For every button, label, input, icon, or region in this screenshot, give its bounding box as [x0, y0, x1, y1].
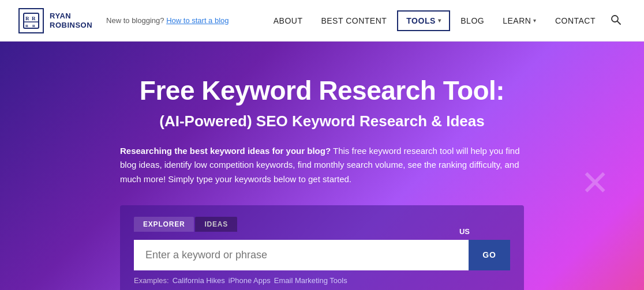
nav-item-best-content[interactable]: BEST CONTENT [313, 12, 395, 30]
decorative-cross: ✕ [581, 163, 609, 203]
hero-description: Researching the best keyword ideas for y… [120, 144, 524, 187]
tab-explorer[interactable]: EXPLORER [134, 217, 194, 232]
nav-item-about[interactable]: ABOUT [265, 12, 311, 30]
hero-content: Free Keyword Research Tool: (AI-Powered)… [120, 76, 524, 290]
search-go-button[interactable]: GO [469, 240, 510, 270]
example-iphone-apps[interactable]: iPhone Apps [229, 276, 271, 285]
site-header: R R R R RYAN ROBINSON New to blogging? H… [0, 0, 644, 42]
example-california-hikes[interactable]: California Hikes [173, 276, 225, 285]
search-tabs: EXPLORER IDEAS [134, 217, 510, 232]
blog-start-link[interactable]: How to start a blog [166, 16, 229, 25]
svg-text:R: R [32, 16, 36, 21]
tools-chevron-icon: ▾ [438, 17, 441, 24]
nav-item-tools[interactable]: TOOLS ▾ [397, 10, 450, 31]
nav-item-blog[interactable]: BLOG [452, 12, 492, 30]
svg-text:R: R [32, 24, 36, 28]
examples-label: Examples: [134, 276, 169, 285]
nav-item-learn[interactable]: LEARN ▾ [495, 12, 545, 30]
example-email-marketing-tools[interactable]: Email Marketing Tools [274, 276, 347, 285]
keyword-search-tool: EXPLORER IDEAS US GO Examples: Californi… [120, 205, 524, 290]
logo-box: R R R R [18, 8, 44, 33]
hero-desc-bold: Researching the best keyword ideas for y… [120, 146, 331, 156]
svg-text:R: R [25, 16, 29, 21]
learn-chevron-icon: ▾ [533, 17, 537, 24]
tab-ideas[interactable]: IDEAS [195, 217, 237, 232]
search-examples: Examples: California Hikes iPhone Apps E… [134, 276, 510, 285]
keyword-search-input[interactable] [134, 240, 469, 270]
svg-point-6 [612, 16, 618, 22]
hero-title: Free Keyword Research Tool: [120, 76, 524, 106]
hero-subtitle: (AI-Powered) SEO Keyword Research & Idea… [120, 112, 524, 130]
logo-text: RYAN ROBINSON [50, 12, 92, 29]
hero-section: Free Keyword Research Tool: (AI-Powered)… [0, 42, 644, 290]
logo-area[interactable]: R R R R RYAN ROBINSON [18, 8, 92, 33]
search-row: US GO [134, 240, 510, 270]
country-badge: US [459, 227, 470, 236]
svg-line-7 [617, 21, 620, 24]
main-nav: ABOUT BEST CONTENT TOOLS ▾ BLOG LEARN ▾ … [265, 10, 626, 32]
nav-item-contact[interactable]: CONTACT [547, 12, 604, 30]
svg-text:R: R [25, 24, 29, 28]
header-tagline: New to blogging? How to start a blog [106, 16, 229, 25]
search-icon-button[interactable] [606, 10, 626, 32]
